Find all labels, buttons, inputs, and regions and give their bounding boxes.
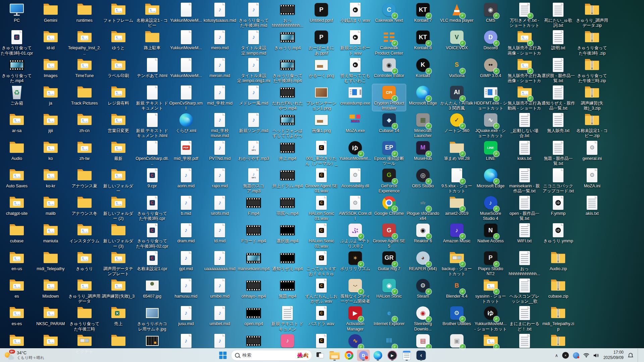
desktop-icon[interactable]: C001_東北きりたん（ノーマル）_今じゃ... — [305, 139, 338, 167]
desktop-icon[interactable]: EP✓Epson 接続診断ツール — [372, 139, 406, 167]
desktop-icon[interactable]: ♪ — [169, 333, 203, 349]
desktop-icon[interactable]: YukkuriMovieM... — [169, 57, 203, 78]
desktop-icon[interactable]: ◉✓HALion Sonic — [372, 277, 406, 299]
desktop-icon[interactable]: ✓Google Chrome — [372, 194, 406, 216]
wifi-icon[interactable] — [583, 353, 589, 358]
desktop-icon[interactable]: maniuta — [34, 222, 67, 244]
desktop-icon[interactable]: ∿✓ — [338, 333, 372, 349]
desktop-icon[interactable]: ♪kotusytuaaus.mid — [203, 1, 236, 23]
desktop-icon[interactable]: 調声用データテンプレート — [102, 250, 135, 277]
desktop-icon[interactable]: PDFmid_学校.pdf — [169, 139, 203, 161]
desktop-icon[interactable]: LINE✓LINE — [474, 139, 507, 161]
desktop-icon[interactable]: ⚙Accessibility.dll — [338, 167, 372, 189]
desktop-icon[interactable]: ♪dram.mid — [169, 222, 203, 244]
desktop-icon[interactable]: ♪b.mid — [169, 194, 203, 216]
desktop-icon[interactable]: runtimes — [68, 1, 101, 23]
desktop-icon[interactable]: ♪mero.mid — [203, 29, 236, 51]
desktop-icon[interactable]: ▶小銭詰まり.wav — [338, 1, 372, 23]
desktop-icon[interactable]: M✓MuseHub — [406, 139, 440, 161]
desktop-icon[interactable] — [508, 333, 541, 349]
desktop-icon[interactable]: V✓VOICEVOX — [440, 29, 474, 51]
desktop-icon[interactable]: C名称未設定1.cpr — [136, 250, 169, 272]
desktop-icon[interactable]: YukkuriMovieM... — [169, 29, 203, 51]
desktop-icon[interactable]: ko-kr — [34, 167, 67, 189]
desktop-icon[interactable]: e✓Internet Explorer — [372, 305, 406, 326]
desktop-icon[interactable]: midi_Telepathy — [34, 250, 67, 272]
desktop-icon[interactable]: OpenCvSharp.dll... — [136, 139, 169, 167]
desktop-icon[interactable]: きゅうり食ってた午後三時.zip — [575, 57, 609, 84]
desktop-icon[interactable]: CPI✓Crypton Product Installer — [372, 84, 406, 111]
desktop-icon[interactable]: ▤✓ — [406, 333, 440, 349]
desktop-icon[interactable]: Telepathy_Inst_2... — [68, 29, 101, 56]
desktop-icon[interactable]: くらび.xml — [169, 112, 203, 133]
desktop-icon[interactable]: ゆきゅうり.ymmp — [541, 222, 575, 244]
desktop-icon[interactable]: PC — [0, 1, 34, 23]
desktop-icon[interactable]: ゆF.ymmp — [541, 194, 575, 216]
desktop-icon[interactable]: zh-cn — [68, 112, 101, 133]
desktop-icon[interactable]: ♪✓MuseScore Studio 4 — [474, 194, 507, 222]
desktop-icon[interactable]: ♪sirofo.mid — [203, 194, 236, 216]
desktop-icon[interactable]: Images — [34, 57, 67, 78]
desktop-icon[interactable]: •ᴗ•✓孤独なインディーゲーム開発者の一生 ... — [338, 277, 372, 305]
desktop-icon[interactable] — [102, 333, 135, 349]
desktop-icon[interactable]: CGroove Agent SE 01.wav — [305, 167, 338, 194]
desktop-icon[interactable]: Auto Saves — [0, 167, 34, 189]
desktop-icon[interactable]: 通知うぜえ.mp4 — [271, 250, 304, 272]
desktop-icon[interactable]: createdump.exe — [338, 84, 372, 106]
desktop-icon[interactable]: アナウンス夏 — [68, 167, 101, 189]
desktop-icon[interactable]: きゅうりボカコレ用サムネ.jpg — [136, 305, 169, 332]
desktop-icon[interactable]: WIFI.txt — [508, 222, 541, 244]
desktop-icon[interactable]: ✓無人販売不正行為画像 - ショートカッ... — [508, 29, 541, 56]
desktop-icon[interactable]: ✓無人販売不正行為画像 - ショートカット — [508, 57, 541, 84]
desktop-icon[interactable]: ♪ — [203, 333, 236, 349]
desktop-icon[interactable]: 調声練習(失敗)_3 — [102, 277, 135, 299]
desktop-icon[interactable]: en-us — [0, 250, 34, 272]
desktop-icon[interactable]: P✓Piapro Studio NT2 — [474, 250, 507, 277]
desktop-icon[interactable]: ◉✓Controller Editor — [372, 57, 406, 78]
desktop-icon[interactable]: es-es — [0, 305, 34, 326]
desktop-icon[interactable]: manisekarin - 親作品一覧.txt — [508, 167, 541, 194]
desktop-icon[interactable]: ••✓GIMP 3.0.4 — [474, 57, 507, 78]
desktop-icon[interactable]: F.mp4 — [237, 194, 270, 216]
desktop-icon[interactable]: ▦✓Minecraft Launcher — [406, 112, 440, 139]
desktop-icon[interactable]: ✓VLC media player — [440, 1, 474, 23]
clock[interactable]: 17:00 2025/09/09 — [603, 350, 624, 360]
desktop-icon[interactable]: ♪新規ソング.mid — [237, 112, 270, 133]
desktop-icon[interactable]: ラベル印刷 — [102, 57, 135, 78]
desktop-icon[interactable]: 無人販売.txt — [541, 112, 575, 133]
start-button[interactable] — [217, 350, 229, 361]
desktop-icon[interactable]: MoZAMoZA.exe — [338, 112, 372, 133]
desktop-icon[interactable]: 路上駐車 — [136, 29, 169, 51]
desktop-icon[interactable]: ⚙✓Brother Utilities — [440, 305, 474, 326]
desktop-icon[interactable]: ゆうと — [102, 29, 135, 51]
desktop-icon[interactable]: G✓Groove Agent SE 5 — [372, 222, 406, 249]
desktop-icon[interactable]: ⚙✓Steam — [406, 277, 440, 299]
desktop-icon[interactable]: ar-sa — [0, 112, 34, 133]
desktop-icon[interactable]: KT✓Kontakt 8 — [406, 29, 440, 51]
desktop-icon[interactable]: ♪umibet.mid — [203, 305, 236, 326]
desktop-icon[interactable]: だれだFXいれたやつ.mp4 — [271, 84, 304, 111]
desktop-icon[interactable]: es — [0, 277, 34, 299]
desktop-icon[interactable]: Track Pictures — [68, 84, 101, 106]
desktop-icon[interactable]: 新しいフォルダー (2) — [102, 194, 135, 222]
desktop-icon[interactable]: 井上.mp4 — [271, 139, 304, 161]
desktop-icon[interactable]: 無題 - 親作品一覧.txt — [541, 139, 575, 167]
desktop-icon[interactable]: Mixdown — [34, 277, 67, 299]
desktop-icon[interactable]: ニコニコバックアップコード.txt — [541, 167, 575, 194]
desktop-icon[interactable]: 説明.txt — [541, 29, 575, 51]
desktop-icon[interactable]: open.mp4 — [237, 305, 270, 326]
desktop-icon[interactable]: 画像1.png — [305, 112, 338, 133]
desktop-icon[interactable]: ♪uaaaaaaaaa.mid — [203, 250, 236, 272]
desktop-icon[interactable]: ✓ — [474, 333, 507, 349]
desktop-icon[interactable]: 通知うぜえ - 親作品一覧.txt — [541, 84, 575, 111]
desktop-icon[interactable]: アナウンス冬 — [68, 194, 101, 216]
desktop-icon[interactable] — [34, 333, 67, 349]
desktop-icon[interactable]: TimeTune — [68, 57, 101, 78]
desktop-icon[interactable]: 井上ドラム.mp4 — [271, 167, 304, 189]
desktop-icon[interactable]: S✓VoiSona — [440, 57, 474, 78]
desktop-icon[interactable]: Cバスドラ.wav — [305, 305, 338, 326]
desktop-icon[interactable]: かるーく.png — [305, 57, 338, 78]
desktop-icon[interactable]: ▶答え知っててもむずいわこれ.wav — [338, 57, 372, 84]
desktop-icon[interactable]: Cきゅうり食ってた午後3時-01.cpr — [0, 29, 34, 56]
desktop-icon[interactable]: ♪aorin.mid — [169, 167, 203, 189]
